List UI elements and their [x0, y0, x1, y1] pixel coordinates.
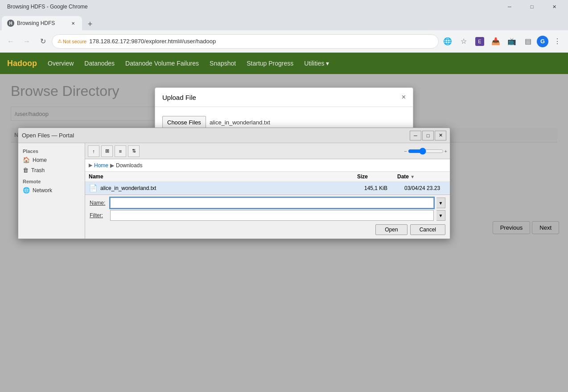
dialog-title-bar: Open Files — Portal ─ □ ✕	[18, 128, 450, 143]
modal-title: Upload File	[162, 94, 196, 101]
breadcrumb-separator: ▶	[110, 162, 114, 169]
dialog-close-button[interactable]: ✕	[435, 131, 446, 140]
dialog-up-btn[interactable]: ↑	[88, 145, 99, 157]
dialog-actions: Open Cancel	[90, 223, 445, 236]
tab-bar: H Browsing HDFS ✕ +	[0, 13, 568, 30]
modal-header: Upload File ×	[155, 88, 413, 107]
file-list-header: Name Size Date ▼	[85, 172, 450, 182]
name-form-row: Name: ▼	[90, 198, 445, 208]
breadcrumb-home[interactable]: Home	[94, 162, 108, 169]
filter-dropdown-button[interactable]: ▼	[436, 210, 445, 221]
file-size-cell: 145,1 KiB	[361, 183, 401, 193]
nav-snapshot[interactable]: Snapshot	[210, 60, 236, 67]
zoom-plus-icon: +	[445, 149, 447, 154]
dialog-list-view-btn[interactable]: ≡	[115, 145, 126, 157]
places-header: Places	[18, 147, 85, 155]
hadoop-navbar: Hadoop Overview Datanodes Datanode Volum…	[0, 53, 568, 74]
zoom-minus-icon: −	[404, 149, 407, 154]
dialog-right-panel: ↑ ⊞ ≡ ⇅ − + ▶ Home	[85, 143, 450, 239]
selected-file-name: alice_in_wonderland.txt	[210, 119, 270, 126]
page-content: Browse Directory Go! 📂 ⬆ ≡ ✏ Name Previ	[0, 74, 568, 392]
reload-button[interactable]: ↻	[36, 34, 50, 49]
tab-favicon: H	[7, 20, 14, 27]
choose-files-button[interactable]: Choose Files	[162, 116, 206, 128]
file-col-name-header: Name	[85, 172, 354, 182]
trash-icon: 🗑	[23, 167, 29, 173]
window-controls: ─ □ ✕	[499, 0, 564, 13]
sort-arrow-icon: ▼	[410, 174, 415, 179]
minimize-button[interactable]: ─	[499, 0, 520, 13]
toolbar-icons: 🌐 ☆ E 📥 📺 ▤ G ⋮	[440, 34, 564, 49]
security-badge: ⚠ Not secure	[58, 38, 86, 44]
dialog-toolbar: ↑ ⊞ ≡ ⇅ − +	[85, 143, 450, 159]
remote-header: Remote	[18, 175, 85, 185]
translate-icon[interactable]: 🌐	[440, 34, 455, 49]
tab-close-button[interactable]: ✕	[70, 20, 77, 27]
cast-icon[interactable]: 📺	[505, 34, 519, 49]
dialog-left-panel: Places 🏠 Home 🗑 Trash Remote 🌐 Network	[18, 143, 85, 239]
open-button[interactable]: Open	[375, 224, 407, 235]
dialog-window-buttons: ─ □ ✕	[410, 131, 446, 140]
profile-avatar[interactable]: G	[537, 36, 548, 47]
file-col-size-header: Size	[354, 172, 394, 182]
scrollbar-space	[443, 172, 450, 182]
nav-overview[interactable]: Overview	[48, 60, 74, 67]
dialog-title: Open Files — Portal	[22, 132, 410, 139]
maximize-button[interactable]: □	[522, 0, 542, 13]
dialog-sort-btn[interactable]: ⇅	[128, 145, 140, 157]
dialog-icon-view-btn[interactable]: ⊞	[101, 145, 113, 157]
back-button[interactable]: ←	[4, 34, 18, 49]
places-item-network[interactable]: 🌐 Network	[18, 185, 85, 195]
url-text: 178.128.62.172:9870/explorer.html#/user/…	[89, 38, 433, 45]
cancel-button[interactable]: Cancel	[410, 224, 445, 235]
extensions-icon[interactable]: E	[473, 34, 487, 49]
name-input[interactable]	[110, 198, 434, 208]
address-bar: ← → ↻ ⚠ Not secure 178.128.62.172:9870/e…	[0, 30, 568, 53]
open-files-dialog: Open Files — Portal ─ □ ✕ Places 🏠 Home	[18, 128, 450, 239]
new-tab-button[interactable]: +	[84, 18, 96, 30]
nav-utilities[interactable]: Utilities ▾	[304, 60, 329, 67]
forward-button[interactable]: →	[20, 34, 34, 49]
hadoop-brand: Hadoop	[7, 59, 37, 68]
close-button[interactable]: ✕	[544, 0, 564, 13]
title-bar: Browsing HDFS - Google Chrome ─ □ ✕	[0, 0, 568, 13]
tab-title: Browsing HDFS	[17, 20, 67, 26]
dialog-maximize-button[interactable]: □	[422, 131, 434, 140]
home-icon: 🏠	[23, 157, 30, 163]
places-item-trash[interactable]: 🗑 Trash	[18, 165, 85, 175]
zoom-slider[interactable]	[408, 148, 444, 155]
zoom-slider-container: − +	[404, 148, 447, 155]
breadcrumb-downloads: Downloads	[116, 162, 142, 169]
dialog-breadcrumb: ▶ Home ▶ Downloads	[85, 159, 450, 172]
omnibox[interactable]: ⚠ Not secure 178.128.62.172:9870/explore…	[52, 34, 439, 49]
nav-datanodes[interactable]: Datanodes	[84, 60, 115, 67]
dialog-minimize-button[interactable]: ─	[410, 131, 421, 140]
name-label: Name:	[90, 200, 107, 206]
breadcrumb-arrow: ▶	[89, 162, 92, 168]
modal-close-x[interactable]: ×	[402, 93, 406, 101]
filter-label: Filter:	[90, 212, 107, 219]
file-col-date-header: Date ▼	[394, 172, 443, 182]
nav-startup-progress[interactable]: Startup Progress	[247, 60, 293, 67]
active-tab[interactable]: H Browsing HDFS ✕	[2, 16, 82, 30]
sidebar-icon[interactable]: ▤	[521, 34, 535, 49]
window-title: Browsing HDFS - Google Chrome	[4, 4, 499, 10]
name-dropdown-button[interactable]: ▼	[436, 198, 445, 208]
dialog-body: Places 🏠 Home 🗑 Trash Remote 🌐 Network	[18, 143, 450, 239]
save-icon[interactable]: 📥	[489, 34, 503, 49]
file-icon: 📄	[89, 184, 98, 192]
bookmark-icon[interactable]: ☆	[457, 34, 471, 49]
dialog-file-list: Name Size Date ▼	[85, 172, 450, 194]
places-item-home[interactable]: 🏠 Home	[18, 155, 85, 165]
places-home-label: Home	[33, 157, 47, 163]
places-trash-label: Trash	[31, 167, 45, 173]
nav-datanode-volume-failures[interactable]: Datanode Volume Failures	[125, 60, 199, 67]
file-date-cell: 03/04/24 23.23	[401, 183, 450, 193]
browser-frame: Browsing HDFS - Google Chrome ─ □ ✕ H Br…	[0, 0, 568, 392]
network-icon: 🌐	[23, 187, 30, 194]
menu-icon[interactable]: ⋮	[550, 34, 564, 49]
file-name-cell: 📄 alice_in_wonderland.txt	[85, 182, 361, 194]
file-input-row: Choose Files alice_in_wonderland.txt	[162, 116, 406, 128]
filter-input[interactable]	[110, 210, 434, 221]
file-list-row[interactable]: 📄 alice_in_wonderland.txt 145,1 KiB 03/0…	[85, 182, 450, 194]
